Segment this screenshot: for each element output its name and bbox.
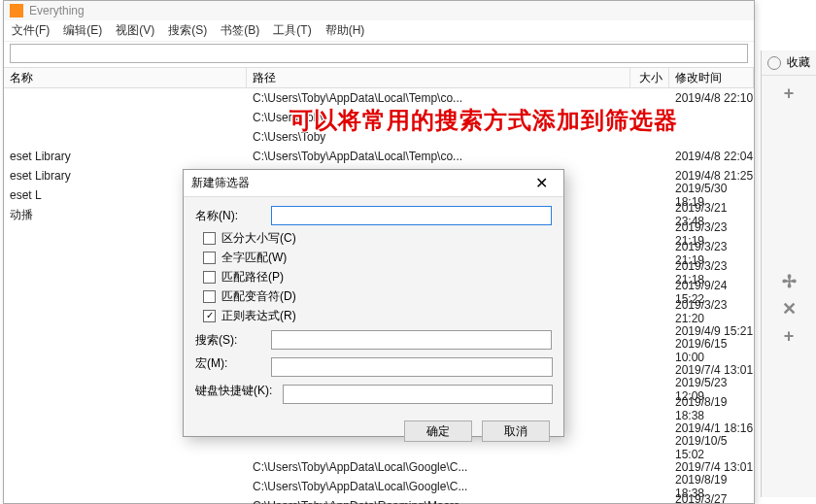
close-icon[interactable]: ✕: [527, 174, 556, 192]
close-tool-icon[interactable]: ✕: [779, 299, 799, 319]
table-row[interactable]: C:\Users\Toby\AppData\Local\Temp\co...20…: [4, 88, 754, 108]
table-row[interactable]: C:\Users\Toby\AppData\Local\Google\C...2…: [4, 477, 754, 496]
name-label: 名称(N):: [195, 208, 271, 224]
menu-bookmarks[interactable]: 书签(B): [221, 22, 259, 39]
table-row[interactable]: C:\Users\Toby: [4, 127, 754, 147]
cell-mtime: 2019/4/1 18:16: [669, 421, 754, 435]
cell-path: C:\Users\Toby: [247, 111, 630, 124]
cell-path: C:\Users\Toby\AppData\Local\Google\C...: [247, 460, 630, 474]
table-row[interactable]: C:\Users\Toby\AppData\Local\Google\C...2…: [4, 457, 754, 477]
search-label: 搜索(S):: [195, 332, 271, 349]
path-label: 匹配路径(P): [221, 269, 284, 286]
path-checkbox[interactable]: [203, 271, 216, 284]
cell-path: C:\Users\Toby: [247, 130, 630, 144]
menu-view[interactable]: 视图(V): [116, 22, 154, 39]
cancel-button[interactable]: 取消: [482, 420, 550, 442]
cell-path: C:\Users\Toby\AppData\Local\Temp\co...: [247, 150, 630, 163]
menu-help[interactable]: 帮助(H): [325, 22, 365, 39]
cell-mtime: 2019/3/23 21:20: [669, 298, 754, 325]
macro-input[interactable]: [271, 357, 553, 377]
add-icon[interactable]: +: [779, 84, 799, 103]
new-filter-dialog: 新建筛选器 ✕ 名称(N): 区分大小写(C) 全字匹配(W) 匹配路径(P) …: [183, 169, 564, 437]
regex-checkbox[interactable]: ✓: [203, 310, 216, 322]
move-icon[interactable]: ✢: [779, 272, 799, 291]
globe-icon[interactable]: [767, 56, 781, 70]
cell-mtime: 2019/4/8 21:25: [669, 169, 754, 183]
cell-mtime: 2019/4/9 15:21: [669, 324, 754, 338]
cell-mtime: 2019/7/4 13:01: [669, 460, 754, 474]
search-input[interactable]: [10, 44, 748, 63]
column-header: 名称 路径 大小 修改时间: [4, 67, 754, 88]
cell-mtime: 2019/4/8 22:04: [669, 150, 754, 163]
diacritics-label: 匹配变音符(D): [221, 288, 296, 305]
favorites-label[interactable]: 收藏: [787, 54, 810, 71]
case-checkbox[interactable]: [203, 232, 216, 245]
wholeword-checkbox[interactable]: [203, 252, 216, 264]
window-title: Everything: [29, 4, 85, 17]
table-row[interactable]: eset LibraryC:\Users\Toby\AppData\Local\…: [4, 147, 754, 166]
ok-button[interactable]: 确定: [404, 420, 472, 442]
app-icon: [10, 4, 23, 17]
cell-path: C:\Users\Toby\AppData\Local\Temp\co...: [247, 91, 630, 105]
col-size[interactable]: 大小: [630, 68, 669, 87]
cell-path: C:\Users\Toby\AppData\Local\Google\C...: [247, 480, 630, 493]
cell-mtime: 2019/3/27 21:28: [669, 492, 754, 504]
cell-mtime: 2019/8/19 18:38: [669, 395, 754, 422]
cell-path: C:\Users\Toby\AppData\Roaming\Macro...: [247, 499, 630, 504]
regex-label: 正则表达式(R): [221, 308, 296, 324]
table-row[interactable]: C:\Users\Toby\AppData\Roaming\Macro...20…: [4, 496, 754, 504]
col-path[interactable]: 路径: [247, 68, 630, 87]
cell-mtime: 2019/6/15 10:00: [669, 337, 754, 364]
side-panel: 收藏 + ✢ ✕ +: [761, 50, 816, 497]
menu-search[interactable]: 搜索(S): [168, 22, 207, 39]
col-mtime[interactable]: 修改时间: [669, 68, 754, 87]
shortcut-label: 键盘快捷键(K):: [195, 383, 283, 399]
menubar: 文件(F) 编辑(E) 视图(V) 搜索(S) 书签(B) 工具(T) 帮助(H…: [4, 20, 754, 42]
name-input[interactable]: [271, 206, 552, 225]
search-input-dialog[interactable]: [271, 330, 552, 350]
cell-mtime: 2019/7/4 13:01: [669, 363, 754, 377]
menu-file[interactable]: 文件(F): [12, 22, 50, 39]
dialog-titlebar[interactable]: 新建筛选器 ✕: [184, 170, 563, 197]
cell-mtime: 2019/4/8 22:10: [669, 91, 754, 105]
wholeword-label: 全字匹配(W): [221, 250, 287, 266]
menu-edit[interactable]: 编辑(E): [63, 22, 102, 39]
diacritics-checkbox[interactable]: [203, 290, 216, 303]
dialog-title: 新建筛选器: [191, 175, 250, 191]
macro-label: 宏(M):: [195, 355, 271, 372]
add2-icon[interactable]: +: [779, 326, 799, 346]
cell-mtime: 2019/10/5 15:02: [669, 434, 754, 461]
shortcut-input[interactable]: [283, 385, 553, 404]
col-name[interactable]: 名称: [4, 68, 247, 87]
titlebar[interactable]: Everything: [4, 1, 754, 20]
table-row[interactable]: C:\Users\Toby: [4, 108, 754, 127]
cell-name: eset Library: [4, 150, 247, 163]
case-label: 区分大小写(C): [221, 230, 296, 247]
menu-tools[interactable]: 工具(T): [273, 22, 311, 39]
